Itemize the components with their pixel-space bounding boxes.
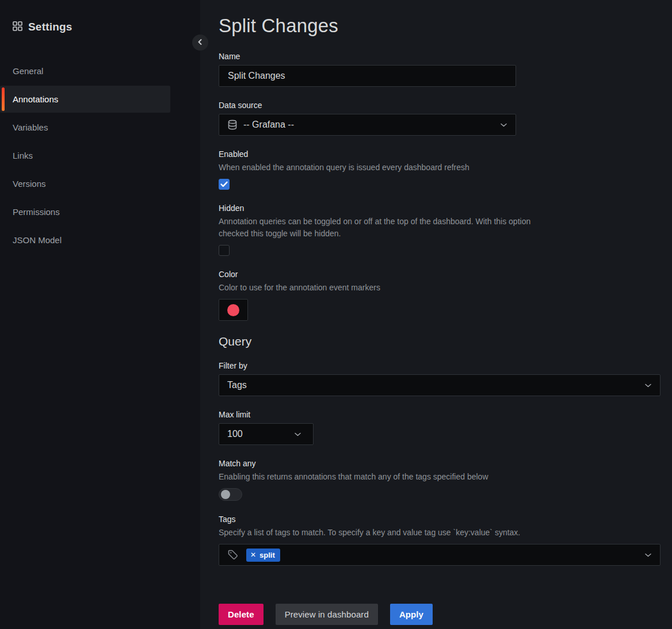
apply-button[interactable]: Apply [390,604,433,625]
hidden-field: Hidden Annotation queries can be toggled… [219,204,660,256]
collapse-sidebar-button[interactable] [192,34,208,51]
tags-input[interactable]: ✕ split [219,544,660,566]
match-any-toggle[interactable] [219,488,242,501]
tags-label: Tags [219,515,660,524]
annotation-settings-panel: Split Changes Name Data source -- Grafan… [200,0,672,629]
match-any-field: Match any Enabling this returns annotati… [219,459,660,501]
annotation-name-input[interactable] [219,65,516,87]
sidebar-item-annotations[interactable]: Annotations [0,86,170,113]
color-description: Color to use for the annotation event ma… [219,282,660,294]
max-limit-field: Max limit 100 [219,410,660,445]
sidebar-item-json-model[interactable]: JSON Model [0,227,170,254]
sidebar-item-label: Variables [13,122,48,132]
sidebar-item-general[interactable]: General [0,57,170,85]
max-limit-label: Max limit [219,410,660,419]
max-limit-value: 100 [227,429,294,439]
color-swatch-circle [227,304,239,316]
sidebar-item-label: JSON Model [13,235,62,245]
sidebar-item-label: Links [13,151,33,160]
enabled-label: Enabled [219,149,660,159]
apps-grid-icon [13,21,22,33]
enabled-field: Enabled When enabled the annotation quer… [219,149,660,190]
data-source-field: Data source -- Grafana -- [219,101,660,136]
sidebar-item-label: Annotations [13,94,58,104]
match-any-description: Enabling this returns annotations that m… [219,471,660,483]
delete-button[interactable]: Delete [219,604,264,625]
sidebar-header: Settings [0,21,200,33]
sidebar-item-links[interactable]: Links [0,142,170,169]
preview-in-dashboard-button[interactable]: Preview in dashboard [276,604,378,625]
sidebar-title: Settings [28,21,72,33]
remove-tag-icon[interactable]: ✕ [250,551,256,558]
chevron-left-icon [197,39,204,47]
chevron-down-icon [644,550,652,560]
hidden-description: Annotation queries can be toggled on or … [219,216,555,240]
chevron-down-icon [500,120,507,130]
max-limit-select[interactable]: 100 [219,423,314,445]
data-source-value: -- Grafana -- [243,120,500,130]
tag-chip-split[interactable]: ✕ split [246,549,280,562]
page-title: Split Changes [219,15,660,37]
hidden-checkbox[interactable] [219,245,230,256]
tags-field: Tags Specify a list of tags to match. To… [219,515,660,566]
sidebar-item-permissions[interactable]: Permissions [0,198,170,225]
sidebar-nav: General Annotations Variables Links Vers… [0,57,170,254]
hidden-label: Hidden [219,204,660,213]
enabled-checkbox[interactable] [219,179,230,190]
sidebar-item-versions[interactable]: Versions [0,170,170,197]
filter-by-field: Filter by Tags [219,361,660,396]
color-field: Color Color to use for the annotation ev… [219,270,660,321]
action-buttons: Delete Preview in dashboard Apply [219,604,660,625]
sidebar-item-label: Permissions [13,207,60,217]
check-icon [220,181,228,187]
chevron-down-icon [644,380,652,390]
color-label: Color [219,270,660,279]
color-picker-swatch[interactable] [219,299,248,321]
filter-by-value: Tags [227,380,644,390]
query-section-title: Query [219,335,660,348]
toggle-knob [221,490,230,499]
name-field: Name [219,52,660,87]
tag-icon [227,549,239,561]
sidebar-item-label: General [13,66,43,76]
data-source-select[interactable]: -- Grafana -- [219,114,516,136]
data-source-label: Data source [219,101,660,110]
chevron-down-icon [294,429,301,439]
filter-by-label: Filter by [219,361,660,370]
database-icon [227,120,238,131]
sidebar-item-variables[interactable]: Variables [0,114,170,141]
settings-sidebar: Settings General Annotations Variables L… [0,0,200,629]
match-any-label: Match any [219,459,660,468]
tag-chip-label: split [259,551,275,559]
filter-by-select[interactable]: Tags [219,374,660,396]
sidebar-item-label: Versions [13,179,46,189]
name-label: Name [219,52,660,61]
enabled-description: When enabled the annotation query is iss… [219,162,660,174]
tags-description: Specify a list of tags to match. To spec… [219,527,660,539]
